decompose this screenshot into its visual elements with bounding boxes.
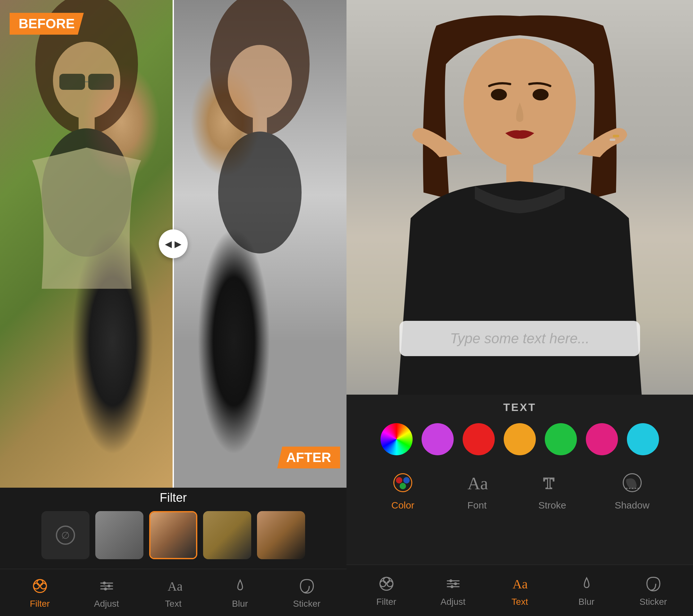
color-swatch-rainbow[interactable] xyxy=(380,423,413,455)
tool-color[interactable]: Color xyxy=(390,470,416,511)
nav-filter-left[interactable]: Filter xyxy=(6,576,73,609)
bottom-nav-left: Filter Adjust xyxy=(0,569,346,616)
left-panel: BEFORE AFTER ◀ ▶ xyxy=(0,0,346,616)
tool-shadow[interactable]: Shadow xyxy=(615,470,649,511)
nav-sticker-label-left: Sticker xyxy=(293,599,320,609)
filter-icon xyxy=(30,576,50,595)
text-edit-panel: TEXT Colo xyxy=(346,395,693,616)
color-swatch-orange[interactable] xyxy=(504,423,536,455)
nav-blur-left[interactable]: Blur xyxy=(206,576,273,609)
filter-cool-thumb[interactable] xyxy=(257,511,305,559)
sticker-icon-right xyxy=(644,574,663,594)
svg-point-19 xyxy=(107,584,111,587)
svg-point-45 xyxy=(454,582,457,585)
after-photo: AFTER xyxy=(173,0,346,488)
svg-point-20 xyxy=(104,588,107,590)
color-tool-icon xyxy=(390,470,416,495)
svg-rect-3 xyxy=(88,74,114,90)
nav-sticker-label-right: Sticker xyxy=(639,597,667,607)
nav-filter-label-right: Filter xyxy=(376,597,396,607)
svg-point-37 xyxy=(380,577,393,590)
text-tool-options: Color Aa Font T Stroke xyxy=(346,470,693,511)
photo-comparison-area: BEFORE AFTER ◀ ▶ xyxy=(0,0,346,488)
svg-point-38 xyxy=(380,581,385,587)
adjust-icon-right xyxy=(443,574,463,594)
filter-warm-thumb[interactable] xyxy=(149,511,197,559)
nav-text-label-left: Text xyxy=(165,599,181,609)
filter-none-thumb[interactable]: ∅ xyxy=(41,511,90,559)
filter-bw-thumb[interactable] xyxy=(95,511,143,559)
nav-blur-label-right: Blur xyxy=(578,597,594,607)
right-panel: Type some text here... TEXT xyxy=(346,0,693,616)
tool-stroke[interactable]: T Stroke xyxy=(538,470,566,511)
tool-font-label: Font xyxy=(468,500,487,511)
svg-point-40 xyxy=(383,577,389,583)
arrow-right-icon: ▶ xyxy=(175,239,182,249)
svg-point-12 xyxy=(33,583,39,589)
svg-point-31 xyxy=(403,477,410,483)
tool-color-label: Color xyxy=(391,500,415,511)
blur-icon-right xyxy=(577,574,596,594)
color-swatch-pink[interactable] xyxy=(586,423,618,455)
text-icon-left: Aa xyxy=(164,576,183,595)
color-swatch-cyan[interactable] xyxy=(627,423,659,455)
nav-adjust-right[interactable]: Adjust xyxy=(420,574,487,607)
nav-sticker-left[interactable]: Sticker xyxy=(273,576,340,609)
sticker-icon-left xyxy=(297,576,316,595)
color-swatch-purple[interactable] xyxy=(421,423,454,455)
nav-adjust-label-right: Adjust xyxy=(440,597,466,607)
svg-text:Aa: Aa xyxy=(167,579,182,594)
nav-blur-label-left: Blur xyxy=(232,599,248,609)
shadow-tool-icon xyxy=(619,470,645,495)
svg-point-8 xyxy=(228,45,292,119)
before-woman-svg xyxy=(0,0,173,488)
svg-point-13 xyxy=(40,583,46,589)
tool-stroke-label: Stroke xyxy=(538,500,566,511)
svg-point-46 xyxy=(451,585,453,588)
svg-text:Aa: Aa xyxy=(512,577,528,591)
svg-point-30 xyxy=(396,477,402,483)
filter-thumbnail-list: ∅ xyxy=(32,511,315,559)
font-tool-icon: Aa xyxy=(464,470,490,495)
nav-filter-label-left: Filter xyxy=(30,599,50,609)
text-input-placeholder[interactable]: Type some text here... xyxy=(412,331,627,346)
filter-section: Filter ∅ xyxy=(0,488,346,616)
svg-point-11 xyxy=(33,579,46,592)
svg-point-25 xyxy=(533,89,549,100)
nav-text-right[interactable]: Aa Text xyxy=(487,574,553,607)
split-handle[interactable]: ◀ ▶ xyxy=(159,230,188,258)
split-handle-arrows: ◀ ▶ xyxy=(165,239,182,249)
nav-blur-right[interactable]: Blur xyxy=(553,574,620,607)
after-woman-svg xyxy=(173,0,346,488)
nav-text-label-right: Text xyxy=(511,597,528,607)
text-panel-title: TEXT xyxy=(503,401,536,414)
nav-adjust-label-left: Adjust xyxy=(94,599,119,609)
nav-sticker-right[interactable]: Sticker xyxy=(620,574,687,607)
svg-point-10 xyxy=(218,132,302,254)
svg-point-44 xyxy=(449,579,452,582)
svg-point-32 xyxy=(400,483,406,489)
text-icon-right: Aa xyxy=(510,574,529,594)
filter-icon-right xyxy=(377,574,396,594)
blur-icon-left xyxy=(230,576,250,595)
right-photo-area: Type some text here... xyxy=(346,0,693,395)
svg-point-24 xyxy=(491,89,507,100)
tool-shadow-label: Shadow xyxy=(615,500,649,511)
filter-vintage-thumb[interactable] xyxy=(203,511,251,559)
arrow-left-icon: ◀ xyxy=(165,239,172,249)
nav-filter-right[interactable]: Filter xyxy=(353,574,420,607)
svg-rect-28 xyxy=(610,139,615,141)
filter-warm-img xyxy=(151,512,196,558)
nav-text-left[interactable]: Aa Text xyxy=(140,576,206,609)
text-input-overlay[interactable]: Type some text here... xyxy=(399,321,640,356)
before-label: BEFORE xyxy=(9,13,84,35)
stroke-tool-icon: T xyxy=(539,470,565,495)
nav-adjust-left[interactable]: Adjust xyxy=(73,576,140,609)
color-swatch-red[interactable] xyxy=(463,423,495,455)
filter-vintage-img xyxy=(203,511,251,559)
after-label: AFTER xyxy=(277,446,340,469)
color-swatch-green[interactable] xyxy=(545,423,577,455)
tool-font[interactable]: Aa Font xyxy=(464,470,490,511)
bottom-nav-right: Filter Adjust xyxy=(346,565,693,616)
adjust-icon-left xyxy=(97,576,116,595)
